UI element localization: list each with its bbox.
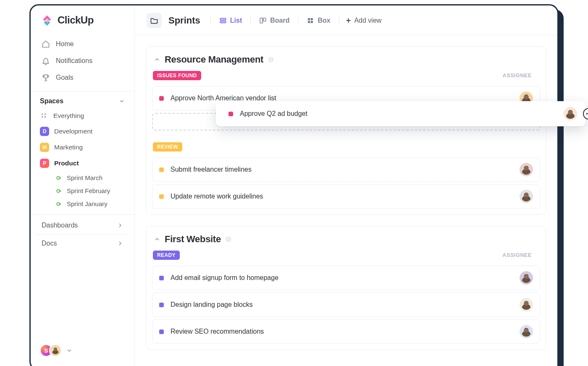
nav-dashboards[interactable]: Dashboards: [36, 217, 129, 234]
task-row[interactable]: Update remote work guidelines: [152, 184, 540, 209]
workspace-picker[interactable]: S: [40, 344, 62, 357]
status-dot: [159, 329, 164, 334]
space-label: Product: [54, 159, 79, 167]
svg-rect-14: [311, 21, 313, 23]
sprint-item[interactable]: Sprint January: [31, 197, 134, 210]
list-first-website: First Website READY ASSIGNEE Add email s…: [146, 226, 546, 350]
separator: [250, 16, 251, 25]
chevron-down-icon[interactable]: [66, 347, 73, 354]
grid-dots-icon: [40, 112, 48, 120]
nav-home[interactable]: Home: [36, 36, 129, 52]
space-everything[interactable]: Everything: [31, 108, 134, 123]
chevron-right-icon: [117, 222, 123, 229]
view-tab-label: Board: [270, 17, 289, 24]
sprint-label: Sprint February: [67, 187, 110, 194]
box-view-icon: [307, 17, 314, 24]
task-row[interactable]: Design landing page blocks: [152, 293, 540, 317]
app-frame: ClickUp Home Notifications Goals Spaces …: [29, 4, 559, 366]
task-row[interactable]: Add email signup form to homepage: [152, 266, 540, 290]
nav-goals[interactable]: Goals: [36, 69, 129, 86]
svg-point-5: [57, 189, 60, 192]
separator: [298, 16, 298, 25]
task-row[interactable]: Review SEO recommendations: [152, 319, 540, 344]
nav-notifications[interactable]: Notifications: [36, 52, 129, 69]
task-name: Design landing page blocks: [171, 301, 520, 308]
collapse-icon[interactable]: [154, 56, 160, 63]
view-tab-box[interactable]: Box: [305, 15, 332, 26]
view-tab-board[interactable]: Board: [257, 15, 291, 26]
space-badge: M: [40, 143, 49, 152]
task-name: Submit freelancer timelines: [171, 166, 520, 173]
assignee-avatar[interactable]: [520, 271, 533, 285]
main: Sprints List Board Box + Add view: [135, 5, 557, 366]
column-assignee: ASSIGNEE: [503, 73, 532, 78]
add-view-button[interactable]: + Add view: [346, 16, 382, 25]
task-name: Approve Q2 ad budget: [240, 110, 564, 118]
nav-home-label: Home: [56, 40, 74, 48]
svg-point-6: [57, 202, 60, 205]
spaces-header-label: Spaces: [40, 97, 63, 105]
task-name: Review SEO recommendations: [171, 328, 520, 335]
sidebar-footer: S: [31, 337, 134, 363]
list-title: First Website: [165, 234, 221, 245]
space-development[interactable]: D Development: [31, 123, 134, 139]
sprint-item[interactable]: Sprint February: [31, 184, 134, 197]
info-icon[interactable]: [225, 236, 232, 243]
svg-rect-11: [308, 18, 310, 20]
space-marketing[interactable]: M Marketing: [31, 139, 134, 155]
sprint-label: Sprint January: [67, 200, 108, 207]
view-tab-label: Box: [318, 17, 330, 24]
space-product[interactable]: P Product: [31, 155, 134, 171]
nav-primary: Home Notifications Goals: [31, 35, 134, 87]
space-everything-label: Everything: [53, 112, 84, 120]
assignee-avatar[interactable]: [520, 163, 533, 176]
status-dot: [159, 167, 164, 172]
svg-point-0: [42, 113, 43, 115]
list-resource-management: Resource Management ISSUES FOUND ASSIGNE…: [146, 46, 546, 215]
svg-rect-19: [228, 239, 228, 241]
move-cursor-icon: [583, 108, 588, 120]
status-dot: [159, 303, 164, 307]
assignee-avatar[interactable]: [520, 298, 533, 311]
folder-title: Sprints: [168, 15, 200, 26]
nav-docs[interactable]: Docs: [36, 235, 129, 252]
plus-icon: +: [346, 16, 351, 25]
status-dot: [228, 112, 233, 116]
task-name: Add email signup form to homepage: [171, 274, 520, 282]
brand-logo[interactable]: ClickUp: [31, 14, 134, 35]
board-view-icon: [259, 17, 267, 24]
assignee-avatar[interactable]: [520, 190, 533, 203]
svg-rect-16: [270, 59, 271, 61]
folder-chip[interactable]: [147, 13, 162, 28]
task-row[interactable]: Submit freelancer timelines: [152, 157, 540, 182]
content: Resource Management ISSUES FOUND ASSIGNE…: [135, 35, 557, 366]
task-dragging[interactable]: Approve Q2 ad budget: [216, 101, 585, 126]
info-icon[interactable]: [268, 56, 274, 63]
collapse-icon[interactable]: [154, 236, 160, 243]
space-label: Development: [54, 128, 92, 135]
assignee-avatar[interactable]: [564, 107, 577, 120]
sprint-label: Sprint March: [67, 174, 102, 181]
status-tag-issues[interactable]: ISSUES FOUND: [153, 71, 201, 80]
chevron-right-icon: [117, 240, 123, 247]
svg-rect-12: [311, 18, 313, 20]
status-dot: [159, 96, 164, 101]
user-avatar: [49, 344, 62, 357]
svg-point-2: [42, 116, 43, 118]
view-tab-list[interactable]: List: [218, 15, 244, 26]
topbar: Sprints List Board Box + Add view: [135, 5, 557, 35]
spaces-header[interactable]: Spaces: [31, 92, 134, 108]
nav-docs-label: Docs: [42, 240, 57, 247]
separator: [339, 16, 339, 25]
status-tag-review[interactable]: REVIEW: [153, 142, 182, 152]
assignee-avatar[interactable]: [520, 325, 533, 338]
svg-rect-13: [308, 21, 310, 23]
list-title: Resource Management: [165, 54, 263, 65]
status-tag-ready[interactable]: READY: [153, 251, 180, 260]
status-dot: [159, 194, 164, 199]
task-name: Update remote work guidelines: [171, 193, 520, 200]
svg-point-3: [45, 116, 46, 118]
clickup-logo-icon: [41, 14, 53, 26]
bell-icon: [42, 57, 50, 65]
sprint-item[interactable]: Sprint March: [31, 171, 134, 184]
